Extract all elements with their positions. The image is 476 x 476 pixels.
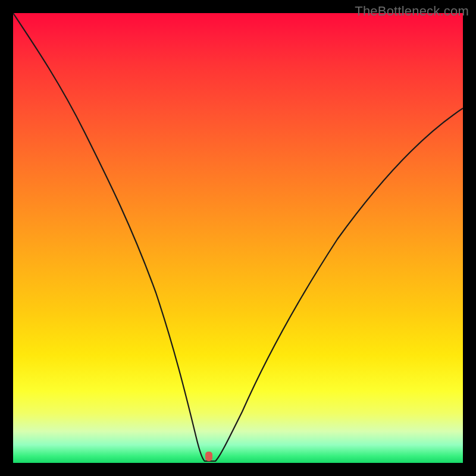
optimal-marker: [205, 452, 212, 461]
bottleneck-curve: [13, 13, 463, 463]
curve-path: [13, 13, 463, 461]
watermark-text: TheBottleneck.com: [355, 4, 469, 19]
chart-frame: TheBottleneck.com: [0, 0, 476, 476]
